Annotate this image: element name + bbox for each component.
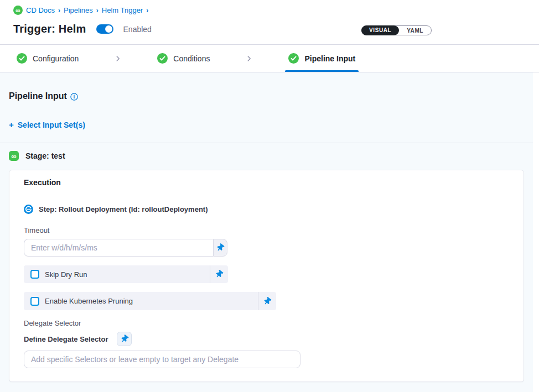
page-header: ∞ CD Docs › Pipelines › Helm Trigger › T… xyxy=(0,0,539,45)
timeout-input[interactable] xyxy=(24,239,213,257)
enable-kubernetes-pruning-checkbox[interactable] xyxy=(30,297,39,306)
execution-card-title: Execution xyxy=(24,178,509,187)
skip-dry-run-checkbox[interactable] xyxy=(30,270,39,279)
pipeline-input-panel: Pipeline Input + Select Input Set(s) ∞ S… xyxy=(0,72,533,392)
delegate-selector-input[interactable] xyxy=(24,351,300,368)
visual-yaml-toggle: VISUAL YAML xyxy=(361,25,432,35)
yaml-tab[interactable]: YAML xyxy=(399,28,431,34)
breadcrumb-link-helm-trigger[interactable]: Helm Trigger xyxy=(102,6,143,14)
check-circle-icon xyxy=(157,53,168,64)
tab-pipeline-input[interactable]: Pipeline Input xyxy=(285,45,359,72)
skip-dry-run-row: Skip Dry Run xyxy=(24,265,228,283)
select-input-sets-label: Select Input Set(s) xyxy=(18,121,85,129)
tab-configuration[interactable]: Configuration xyxy=(13,45,82,72)
timeout-label: Timeout xyxy=(24,226,509,234)
page-title: Trigger: Helm xyxy=(13,23,86,35)
pin-icon xyxy=(214,269,225,280)
stage-label: Stage: test xyxy=(25,151,65,160)
toggle-knob xyxy=(105,25,112,33)
stage-section: ∞ Stage: test Execution Step: Rollout De… xyxy=(0,143,533,382)
breadcrumb-link-cd-docs[interactable]: CD Docs xyxy=(26,6,55,14)
enabled-toggle-label: Enabled xyxy=(123,25,152,34)
pin-icon xyxy=(215,242,226,253)
timeout-pin-button[interactable] xyxy=(213,239,227,257)
step-label: Step: Rollout Deployment (Id: rolloutDep… xyxy=(39,205,208,213)
stage-row[interactable]: ∞ Stage: test xyxy=(9,151,524,161)
rollout-step-icon xyxy=(24,205,33,214)
skip-dry-run-option[interactable]: Skip Dry Run xyxy=(24,270,210,279)
breadcrumb-separator-icon: › xyxy=(58,7,60,14)
skip-dry-run-label: Skip Dry Run xyxy=(45,270,87,279)
execution-card: Execution Step: Rollout Deployment (Id: … xyxy=(9,170,524,382)
visual-tab[interactable]: VISUAL xyxy=(361,25,399,35)
timeout-input-group xyxy=(24,239,227,257)
tab-label: Configuration xyxy=(33,54,79,63)
enable-kubernetes-pruning-pin-button[interactable] xyxy=(258,292,276,310)
check-circle-icon xyxy=(288,53,299,64)
plus-icon: + xyxy=(9,120,14,129)
select-input-sets-button[interactable]: + Select Input Set(s) xyxy=(9,120,85,129)
delegate-selector-pin-button[interactable] xyxy=(117,332,132,346)
pin-icon xyxy=(119,333,130,344)
breadcrumb-separator-icon: › xyxy=(146,7,148,14)
harness-cd-stage-icon: ∞ xyxy=(9,151,19,161)
tab-label: Conditions xyxy=(173,54,210,63)
breadcrumb-separator-icon: › xyxy=(96,7,99,14)
breadcrumb-link-pipelines[interactable]: Pipelines xyxy=(64,6,93,14)
define-delegate-selector-label: Define Delegate Selector xyxy=(24,335,108,343)
wizard-tabbar: Configuration Conditions Pipeline Input xyxy=(0,45,539,72)
skip-dry-run-pin-button[interactable] xyxy=(210,265,228,283)
enable-kubernetes-pruning-row: Enable Kubernetes Pruning xyxy=(24,292,276,310)
check-circle-icon xyxy=(17,53,27,64)
harness-cd-module-icon: ∞ xyxy=(13,6,23,15)
tab-conditions[interactable]: Conditions xyxy=(154,45,213,72)
pin-icon xyxy=(262,296,273,307)
chevron-right-icon xyxy=(114,55,122,62)
step-row: Step: Rollout Deployment (Id: rolloutDep… xyxy=(24,205,509,214)
define-delegate-selector-row: Define Delegate Selector xyxy=(24,332,509,346)
enabled-toggle[interactable] xyxy=(96,24,113,34)
enable-kubernetes-pruning-option[interactable]: Enable Kubernetes Pruning xyxy=(24,297,258,306)
section-title: Pipeline Input xyxy=(9,91,67,101)
chevron-right-icon xyxy=(245,55,253,62)
enable-kubernetes-pruning-label: Enable Kubernetes Pruning xyxy=(45,297,133,305)
tab-label: Pipeline Input xyxy=(304,54,355,63)
info-icon[interactable] xyxy=(70,93,78,101)
delegate-selector-label: Delegate Selector xyxy=(24,319,509,327)
breadcrumb: ∞ CD Docs › Pipelines › Helm Trigger › xyxy=(13,6,539,15)
